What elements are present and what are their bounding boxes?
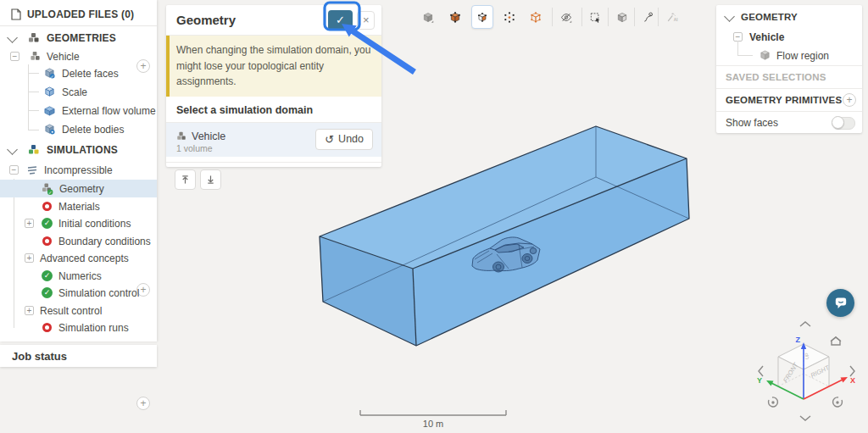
numerics-label: Numerics <box>58 270 102 282</box>
simulations-section[interactable]: SIMULATIONS + <box>0 141 157 158</box>
geometries-label: GEOMETRIES <box>47 32 116 44</box>
rotate-right-button[interactable] <box>850 366 854 376</box>
tree-item-external-flow-volume[interactable]: External flow volume <box>0 102 157 119</box>
select-edges-button[interactable] <box>525 5 547 29</box>
geometry-header-row[interactable]: GEOMETRY <box>716 5 862 28</box>
svg-text:AI: AI <box>674 17 678 21</box>
x-axis-label: X <box>850 376 855 385</box>
complete-status-icon <box>42 218 53 229</box>
saved-selections-row[interactable]: SAVED SELECTIONS <box>716 66 862 88</box>
advanced-concepts-label: Advanced concepts <box>40 253 129 264</box>
close-button[interactable]: × <box>357 11 375 30</box>
ai-assistant-button[interactable]: AI <box>661 5 683 29</box>
show-faces-label: Show faces <box>726 117 778 129</box>
tree-item-simulation-control[interactable]: Simulation control <box>0 284 157 302</box>
cube-right-label[interactable]: RIGHT <box>810 364 832 380</box>
toggle-knob <box>832 116 844 129</box>
tree-item-simulation-runs[interactable]: Simulation runs + <box>0 319 157 336</box>
incompressible-icon <box>26 165 38 175</box>
rotate-left-button[interactable] <box>759 366 763 376</box>
scale-icon <box>44 86 55 97</box>
show-faces-toggle[interactable] <box>832 117 855 130</box>
boundary-conditions-label: Boundary conditions <box>58 236 151 247</box>
tree-item-boundary-conditions[interactable]: Boundary conditions + <box>0 232 157 250</box>
orientation-cube-widget[interactable]: FRONT RIGHT Z UP Y X <box>746 312 865 430</box>
scale-label: 10 m <box>423 419 443 429</box>
scene-tree-panel: GEOMETRY Vehicle Flow region SAVED SELEC… <box>716 5 862 133</box>
expand-icon[interactable] <box>25 219 34 228</box>
toolbar-divider <box>658 8 659 26</box>
domain-name: Vehicle <box>192 130 225 142</box>
confirm-button[interactable]: ✓ <box>328 10 353 31</box>
select-bodies-button[interactable] <box>444 5 466 29</box>
chevron-down-icon[interactable] <box>724 11 735 22</box>
chevron-down-icon[interactable] <box>7 32 18 43</box>
roll-ccw-button[interactable] <box>768 397 777 407</box>
eye-slash-icon <box>560 9 572 25</box>
complete-status-icon <box>42 270 53 281</box>
undo-button[interactable]: ↺ Undo <box>315 129 373 150</box>
isolate-body-button[interactable] <box>611 5 633 29</box>
measure-button[interactable] <box>637 5 659 29</box>
domain-item-vehicle[interactable]: Vehicle 1 volume ↺ Undo <box>166 123 381 157</box>
initial-conditions-label: Initial conditions <box>58 218 131 230</box>
collapse-icon[interactable] <box>10 52 19 61</box>
flow-region-row[interactable]: Flow region <box>716 46 862 65</box>
marquee-cursor-icon <box>589 9 601 25</box>
tree-item-incompressible[interactable]: Incompressible <box>0 161 157 179</box>
hide-selection-button[interactable] <box>555 5 577 29</box>
tree-item-materials[interactable]: Materials + <box>0 197 157 215</box>
rotate-down-button[interactable] <box>800 416 810 420</box>
show-faces-row: Show faces <box>716 112 862 134</box>
cube-edge-icon <box>530 9 542 25</box>
cube-icon <box>422 9 434 25</box>
tree-item-advanced-concepts[interactable]: Advanced concepts <box>0 249 157 267</box>
rotate-up-button[interactable] <box>800 322 810 326</box>
view-cube[interactable]: FRONT RIGHT <box>778 344 832 399</box>
tree-item-numerics[interactable]: Numerics <box>0 267 157 285</box>
move-down-button[interactable] <box>200 169 221 190</box>
tree-item-initial-conditions[interactable]: Initial conditions <box>0 214 157 232</box>
expand-icon[interactable] <box>25 253 34 263</box>
scale-bar <box>360 410 506 415</box>
home-view-button[interactable] <box>831 337 841 345</box>
select-volumes-button[interactable] <box>417 5 439 29</box>
box-select-button[interactable] <box>584 5 606 29</box>
tree-item-scale[interactable]: Scale <box>0 83 157 101</box>
support-chat-button[interactable] <box>826 289 854 317</box>
select-faces-button[interactable] <box>471 5 493 29</box>
select-vertices-button[interactable] <box>498 5 520 29</box>
chevron-down-icon[interactable] <box>7 144 18 155</box>
tree-item-delete-faces[interactable]: ✓ Delete faces <box>0 64 157 82</box>
tree-item-delete-bodies[interactable]: Delete bodies <box>0 120 157 138</box>
undo-label: Undo <box>338 133 364 145</box>
toolbar-divider <box>552 8 553 26</box>
domain-detail: 1 volume <box>176 143 213 153</box>
external-flow-volume-label: External flow volume <box>62 105 156 117</box>
tree-item-result-control[interactable]: Result control <box>0 302 157 319</box>
incompressible-label: Incompressible <box>44 164 113 176</box>
materials-label: Materials <box>58 201 100 213</box>
roll-cw-button[interactable] <box>833 397 843 407</box>
move-up-button[interactable] <box>175 169 196 190</box>
geometry-panel-header: Geometry ✓ × <box>166 5 381 36</box>
geometries-section[interactable]: GEOMETRIES + <box>0 29 157 47</box>
tree-item-geometry[interactable]: ✓ Geometry <box>0 180 157 197</box>
cube-vertex-icon <box>504 9 515 25</box>
delete-faces-label: Delete faces <box>62 68 119 80</box>
arrow-down-bar-icon <box>206 175 215 185</box>
svg-text:✓: ✓ <box>48 190 53 195</box>
warning-text: When changing the simulation domain, you… <box>176 44 370 87</box>
collapse-icon[interactable] <box>9 165 19 175</box>
add-primitive-button[interactable]: + <box>843 93 856 107</box>
cube-front-label[interactable]: FRONT <box>782 360 800 384</box>
uploaded-files-header[interactable]: UPLOADED FILES (0) <box>0 5 157 23</box>
probe-curve-icon <box>643 9 654 25</box>
tree-item-vehicle[interactable]: Vehicle <box>0 47 157 65</box>
geometry-primitives-row[interactable]: GEOMETRY PRIMITIVES + <box>716 89 862 111</box>
vehicle-model[interactable] <box>472 237 540 272</box>
job-status-bar[interactable]: Job status <box>0 345 157 367</box>
expand-icon[interactable] <box>25 306 34 315</box>
y-axis-label: Y <box>757 376 762 385</box>
add-material-button[interactable]: + <box>136 397 150 410</box>
